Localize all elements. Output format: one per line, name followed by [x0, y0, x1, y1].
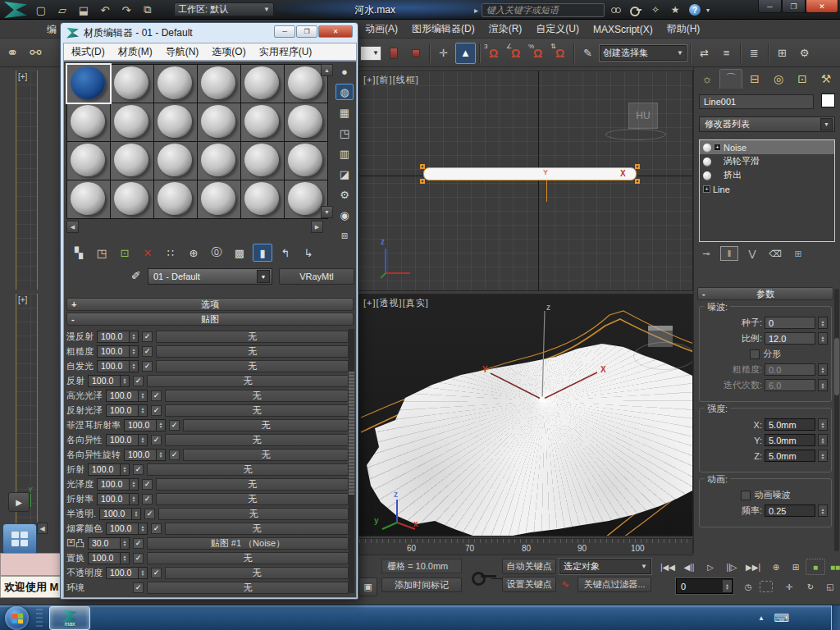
viewport-menu-label[interactable]: [+]	[18, 72, 27, 81]
show-hidden-icons-chevron[interactable]: ▲	[758, 614, 765, 622]
viewcube[interactable]: HU	[628, 103, 658, 129]
material-sample-slot[interactable]	[67, 142, 110, 180]
map-slot-button[interactable]: 无	[147, 375, 349, 387]
material-sample-slot[interactable]	[67, 65, 110, 103]
map-enable-checkbox[interactable]	[142, 494, 153, 504]
sample-uv-tiling-icon[interactable]: ◳	[336, 125, 354, 141]
help-icon[interactable]: ?	[687, 2, 703, 17]
expand-icon[interactable]: +	[714, 144, 721, 151]
material-sample-slot[interactable]	[198, 142, 240, 180]
map-enable-checkbox[interactable]	[151, 523, 162, 534]
map-enable-checkbox[interactable]	[142, 331, 153, 342]
go-to-parent-icon[interactable]: ↰	[276, 244, 295, 262]
tab-create-icon[interactable]: ☼	[696, 69, 719, 89]
material-sample-slot[interactable]	[198, 103, 240, 141]
frequency-spinner[interactable]: ▲▼	[818, 504, 828, 517]
iterations-field[interactable]: 6.0	[765, 379, 815, 391]
background-icon[interactable]: ▦	[336, 104, 354, 121]
communication-center-icon[interactable]: ✧	[647, 2, 664, 17]
map-enable-checkbox[interactable]	[133, 376, 144, 386]
map-slot-button[interactable]: 无	[183, 419, 349, 431]
material-sample-slot[interactable]	[154, 180, 197, 218]
percent-snap-icon[interactable]: %Ω	[527, 43, 548, 64]
pan-hand-icon[interactable]: ✛	[779, 578, 799, 595]
options-icon[interactable]: ⚙	[336, 186, 354, 203]
layer-chip-icon[interactable]	[383, 43, 404, 64]
map-enable-checkbox[interactable]	[151, 568, 162, 578]
previous-frame-icon[interactable]: ◀||	[679, 559, 699, 575]
menu-item[interactable]: 帮助(H)	[667, 22, 701, 36]
material-sample-slot[interactable]	[111, 180, 153, 218]
modifier-list-dropdown[interactable]: 修改器列表▼	[699, 116, 835, 132]
strength-y-spinner[interactable]: ▲▼	[818, 434, 828, 446]
material-sample-slot[interactable]	[111, 103, 153, 141]
material-sample-slot[interactable]	[198, 180, 240, 218]
open-file-icon[interactable]: ▱	[54, 2, 71, 17]
modifier-enable-bulb-icon[interactable]	[703, 171, 711, 180]
strength-x-field[interactable]: 5.0mm	[765, 418, 815, 431]
object-color-swatch[interactable]	[821, 94, 835, 107]
project-folder-icon[interactable]: ⧉	[139, 2, 156, 17]
map-amount-spinner[interactable]: 100.0▲▼	[97, 360, 139, 372]
tab-motion-icon[interactable]: ◎	[767, 69, 790, 89]
key-icon[interactable]	[628, 2, 644, 17]
expand-icon[interactable]: +	[703, 185, 710, 193]
put-to-scene-icon[interactable]: ◳	[92, 244, 112, 262]
named-selection-set-dropdown[interactable]: 创建选择集▼	[600, 45, 687, 61]
map-amount-spinner[interactable]: 100.0▲▼	[99, 508, 141, 520]
map-slot-button[interactable]: 无	[147, 552, 349, 564]
map-slot-button[interactable]: 无	[156, 345, 349, 358]
select-and-place-icon[interactable]: ▲	[455, 43, 476, 64]
search-input[interactable]: 键入关键字或短语	[482, 3, 605, 17]
go-forward-sibling-icon[interactable]: ↳	[299, 244, 318, 262]
favorites-star-icon[interactable]: ★	[667, 2, 683, 17]
key-filters-curve-icon[interactable]: ∿	[561, 578, 569, 590]
3dsmax-app-logo-icon[interactable]	[4, 2, 27, 18]
material-sample-slot[interactable]	[241, 180, 284, 218]
command-panel-scrollbar[interactable]	[834, 289, 839, 551]
map-enable-checkbox[interactable]	[133, 538, 144, 549]
remove-modifier-icon[interactable]: ⌫	[766, 246, 784, 261]
map-slot-button[interactable]: 无	[156, 493, 349, 505]
set-keys-button[interactable]	[465, 560, 503, 593]
restore-button[interactable]: ❐	[296, 25, 317, 38]
map-enable-checkbox[interactable]	[144, 509, 155, 519]
show-end-result-icon[interactable]: ‖	[720, 246, 738, 261]
viewport-front-label[interactable]: [+][前][线框]	[363, 74, 419, 86]
modifier-stack-row[interactable]: + Line	[700, 182, 834, 196]
orbit-icon[interactable]: ↻	[801, 578, 820, 595]
search-icon[interactable]	[608, 2, 624, 17]
select-and-move-icon[interactable]: ✛	[433, 43, 454, 64]
angle-snap-icon[interactable]: ∠Ω	[505, 43, 526, 64]
undo-icon[interactable]: ↶	[97, 2, 113, 17]
viewport-perspective[interactable]: [+][透视][真实] Y X z z x y	[358, 294, 693, 536]
map-enable-checkbox[interactable]	[133, 553, 144, 564]
roughness-field[interactable]: 0.0	[765, 363, 815, 376]
map-enable-checkbox[interactable]	[133, 582, 144, 593]
material-sample-slot[interactable]	[198, 65, 240, 103]
layer-manager-icon[interactable]: ≣	[744, 43, 765, 64]
go-to-start-icon[interactable]: |◀◀	[658, 559, 678, 575]
map-slot-button[interactable]: 无	[156, 331, 349, 343]
map-enable-checkbox[interactable]	[133, 464, 144, 475]
unlink-selection-icon[interactable]: ⚯	[30, 44, 41, 62]
tab-utilities-icon[interactable]: ⚒	[815, 69, 838, 89]
map-enable-checkbox[interactable]	[151, 435, 162, 445]
map-amount-spinner[interactable]: 100.0▲▼	[106, 404, 148, 417]
play-animation-icon[interactable]: ▷	[701, 559, 720, 575]
map-slot-button[interactable]: 无	[165, 390, 349, 402]
viewport-front[interactable]: [+][前][线框] X Y HU z	[358, 71, 693, 291]
material-sample-slot[interactable]	[285, 103, 327, 141]
map-slot-button[interactable]: 无	[165, 567, 349, 579]
video-color-check-icon[interactable]: ▥	[336, 145, 354, 162]
menu-item[interactable]: 自定义(U)	[536, 22, 579, 36]
render-setup-icon[interactable]: ⚙	[794, 43, 815, 64]
add-time-tag-button[interactable]: 添加时间标记	[381, 578, 462, 592]
map-enable-checkbox[interactable]	[142, 346, 153, 357]
spinner-snap-icon[interactable]: ⇅Ω	[550, 43, 570, 64]
map-slot-button[interactable]: 无	[158, 508, 349, 520]
close-button[interactable]: ✕	[318, 25, 353, 38]
menu-item[interactable]: 渲染(R)	[489, 22, 523, 36]
selection-filter-mini-dropdown[interactable]: ▼	[360, 46, 381, 61]
map-amount-spinner[interactable]: 100.0▲▼	[106, 523, 148, 535]
